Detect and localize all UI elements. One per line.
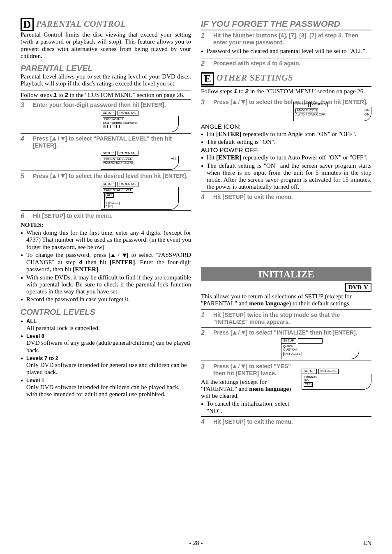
- page-number: - 28 -: [0, 540, 392, 547]
- osd-tab: SETUP: [101, 182, 116, 187]
- txt: ) to their default settings.: [289, 300, 350, 307]
- step-number: 1: [201, 312, 208, 325]
- divider: [21, 90, 191, 90]
- txt: Hit: [207, 154, 216, 161]
- list-item: Level 8 DVD software of any grade (adult…: [21, 332, 191, 354]
- osd-initialize-menu: SETUP QUICK CUSTOM INITIALIZE: [281, 338, 359, 359]
- divider: [201, 96, 371, 96]
- txt: Press [: [213, 329, 233, 336]
- bullet-item: The default setting is "ON".: [201, 138, 371, 145]
- password-squares: [103, 125, 121, 129]
- init-step-4: 4 Hit [SETUP] to exit the menu.: [201, 418, 371, 426]
- level-heading: Levels 7 to 2: [26, 355, 58, 361]
- section-d-heading: D PARENTAL CONTROL: [21, 17, 191, 30]
- two-columns: D PARENTAL CONTROL Parental Control limi…: [21, 16, 371, 427]
- angle-icon-bullets: Hit [ENTER] repeatedly to turn Angle ico…: [201, 131, 371, 146]
- osd-tab: PARENTAL: [118, 111, 138, 116]
- divider: [201, 86, 371, 87]
- section-title: OTHER SETTINGS: [217, 73, 293, 83]
- menu-language: menu language: [249, 385, 289, 392]
- initialize-intro: This allows you to return all selections…: [201, 293, 371, 307]
- note-item: With some DVDs, it may be difficult to f…: [21, 274, 191, 295]
- divider: [201, 58, 371, 58]
- apo-bullets: Hit [ENTER] repeatedly to turn Auto Powe…: [201, 154, 371, 190]
- osd-line: Enter current password.: [103, 121, 138, 125]
- other-step-4: 4 Hit [SETUP] to exit the menu.: [201, 194, 371, 201]
- divider: [201, 416, 371, 417]
- txt: /: [237, 363, 242, 369]
- step-text: Press [ / ] to select "INITIALIZE" then …: [213, 329, 357, 337]
- txt: ] to select the desired level then hit […: [65, 173, 187, 179]
- level-body: Only DVD software intended for children …: [26, 384, 180, 397]
- step-5: 5 Press [ / ] to select the desired leve…: [21, 173, 191, 180]
- txt: Hit the Number buttons [4], [7], [3], [7…: [213, 32, 338, 39]
- menu-language: menu language: [249, 300, 289, 307]
- enter-key: [ENTER]: [110, 259, 135, 265]
- level-body: DVD software of any grade (adult/general…: [26, 339, 190, 353]
- control-levels-list: ALL All parental lock is cancelled. Leve…: [21, 318, 191, 398]
- step-text: Press [ / ] to select the desired level …: [33, 173, 187, 180]
- follow-steps: Follow steps 1 to 2 in the "CUSTOM MENU"…: [201, 88, 371, 95]
- forget-bullet: Password will be cleared and parental le…: [201, 48, 371, 55]
- intro-text: Parental Control limits the disc viewing…: [21, 31, 191, 60]
- note-item: Record the password in case you forget i…: [21, 296, 191, 303]
- parental-level-heading: PARENTAL LEVEL: [21, 64, 191, 73]
- enter-key: [ENTER]: [73, 266, 98, 272]
- notes-list: When doing this for the first time, ente…: [21, 229, 191, 303]
- step-number: 2: [201, 329, 208, 337]
- osd-parental-level: SETUP PARENTAL PARENTAL LEVEL ALL PASSWO…: [101, 151, 179, 170]
- left-column: D PARENTAL CONTROL Parental Control limi…: [21, 16, 191, 427]
- follow-to: to: [57, 92, 65, 98]
- section-e-heading: E OTHER SETTINGS: [201, 72, 371, 85]
- osd-tab: SETUP: [302, 369, 317, 374]
- txt: /: [237, 99, 242, 105]
- init-cancel-list: To cancel the initialization, select "NO…: [201, 400, 297, 415]
- up-arrow-icon: [52, 137, 56, 141]
- step-number: 3: [21, 102, 28, 109]
- down-arrow-icon: [122, 254, 127, 257]
- right-column: IF YOU FORGET THE PASSWORD 1 Hit the Num…: [201, 16, 371, 427]
- txt: .: [98, 266, 100, 272]
- divider: [21, 210, 191, 211]
- divider: [201, 30, 371, 30]
- osd-no: NO: [304, 379, 309, 382]
- down-arrow-icon: [61, 137, 65, 141]
- txt: /: [115, 252, 122, 258]
- txt: Press [: [33, 173, 52, 179]
- osd-item: CUSTOM: [283, 348, 297, 351]
- osd-tab: SETUP: [101, 111, 116, 116]
- follow-end: in the "CUSTOM MENU" section on page 26.: [68, 92, 184, 98]
- txt: Press [: [33, 135, 52, 142]
- inline-step: 6: [279, 60, 282, 67]
- level-heading: Level 8: [26, 333, 44, 339]
- step-text: Hit the Number buttons [4], [7], [3], [7…: [213, 32, 371, 46]
- step-number: 2: [201, 60, 208, 67]
- page: D PARENTAL CONTROL Parental Control limi…: [0, 0, 392, 554]
- txt: to: [237, 88, 245, 95]
- parental-level-body: Parental Level allows you to set the rat…: [21, 73, 191, 88]
- apo-heading: AUTO POWER OFF:: [201, 146, 371, 153]
- txt: ] to select "INITIALIZE" then hit [ENTER…: [245, 329, 357, 336]
- txt: repeatedly to turn Auto Power off "ON" o…: [242, 154, 368, 161]
- divider: [201, 360, 371, 360]
- txt: to: [270, 60, 279, 67]
- initialize-banner: INITIALIZE: [201, 267, 371, 281]
- init-step-3: 3 Press [ / ] to select "YES" then hit […: [201, 363, 297, 377]
- osd-item: INITIALIZE: [283, 352, 302, 356]
- level-heading: Level 1: [26, 377, 44, 383]
- divider: [201, 192, 371, 192]
- bullet-item: Hit [ENTER] repeatedly to turn Auto Powe…: [201, 154, 371, 161]
- osd-question: Initialize?: [304, 375, 317, 379]
- init-step-2: 2 Press [ / ] to select "INITIALIZE" the…: [201, 329, 371, 337]
- divider: [201, 309, 371, 310]
- txt: Press [: [213, 363, 233, 369]
- osd-value: ON: [364, 113, 369, 117]
- divider: [21, 99, 191, 100]
- follow-steps: Follow steps 1 to 2 in the "CUSTOM MENU"…: [21, 91, 191, 99]
- note-item: To change the password, press [ / ] to s…: [21, 252, 191, 273]
- up-arrow-icon: [52, 174, 56, 178]
- step-text: Hit [SETUP] to exit the menu.: [213, 418, 293, 426]
- txt: /: [237, 329, 242, 336]
- txt: To change the password, press: [26, 252, 109, 258]
- notes-heading: NOTES:: [21, 222, 191, 229]
